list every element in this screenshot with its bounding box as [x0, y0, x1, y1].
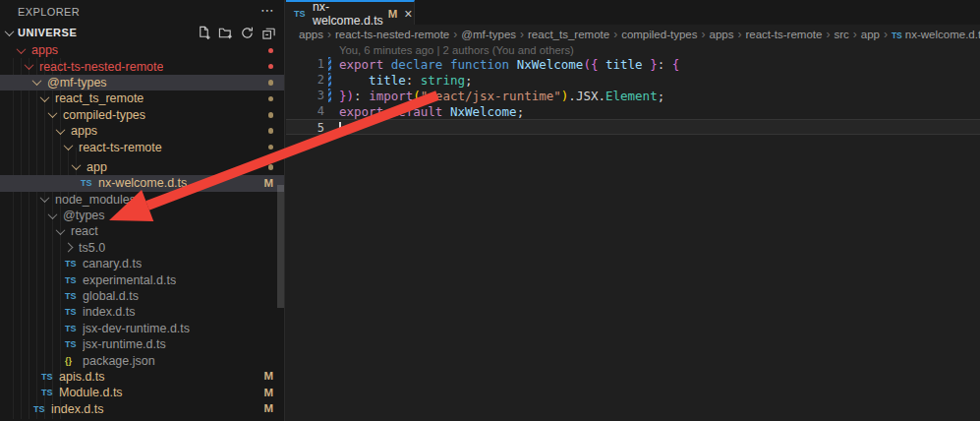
tree-row[interactable]: TSindex.d.tsM: [0, 401, 284, 417]
tree-item-label: canary.d.ts: [83, 257, 142, 271]
code-text: title: string;: [339, 73, 473, 88]
modified-dot-badge: [268, 128, 274, 134]
chevron-down-icon: [56, 225, 66, 235]
tree-row[interactable]: TSapis.d.tsM: [0, 369, 284, 385]
tree-row[interactable]: node_modules: [0, 192, 284, 208]
close-icon[interactable]: ×: [404, 7, 412, 21]
code-line[interactable]: 2 title: string;: [286, 72, 980, 88]
tree-row[interactable]: apps: [0, 123, 284, 139]
chevron-down-icon: [72, 161, 82, 171]
chevron-down-icon: [56, 125, 66, 135]
tab-title: nx-welcome.d.ts: [313, 0, 383, 28]
tab-modified-badge: M: [388, 8, 398, 20]
ts-file-icon: TS: [65, 259, 79, 269]
explorer-sidebar: EXPLORER ⋯ UNIVERSE appsreact-ts-nested-…: [0, 0, 285, 421]
code-line[interactable]: 4export default NxWelcome;: [286, 103, 980, 119]
chevron-down-icon: [48, 210, 58, 219]
new-folder-icon[interactable]: [217, 25, 233, 40]
tree-row[interactable]: TSModule.d.tsM: [0, 385, 284, 400]
tree-row[interactable]: ts5.0: [0, 240, 284, 256]
breadcrumb-separator-icon: ›: [884, 28, 888, 41]
tree-item-label: app: [86, 160, 107, 174]
breadcrumb-separator-icon: ›: [453, 28, 457, 41]
breadcrumb-item[interactable]: src: [834, 29, 848, 40]
breadcrumb-item[interactable]: apps: [709, 29, 733, 40]
chevron-down-icon: [17, 44, 27, 54]
chevron-down-icon: [48, 108, 58, 118]
sidebar-scrollbar[interactable]: [277, 185, 284, 308]
chevron-down-icon: [64, 141, 74, 150]
tree-row[interactable]: app: [0, 159, 284, 175]
tree-row[interactable]: react: [0, 223, 284, 239]
breadcrumb-item[interactable]: @mf-types: [461, 29, 516, 40]
ts-file-icon: TS: [41, 372, 55, 382]
tab-strip: TS nx-welcome.d.ts M ×: [286, 0, 980, 25]
code-text: export default NxWelcome;: [339, 104, 524, 119]
breadcrumb-item[interactable]: react-ts-remote: [745, 29, 822, 40]
more-actions-icon[interactable]: ⋯: [260, 2, 274, 18]
line-number: 1: [286, 57, 324, 71]
tree-row[interactable]: TSindex.d.ts: [0, 304, 284, 320]
collapse-all-icon[interactable]: [260, 25, 276, 40]
breadcrumb-item[interactable]: TSnx-welcome.d.ts: [892, 29, 980, 40]
breadcrumb-separator-icon: ›: [737, 28, 741, 41]
new-file-icon[interactable]: [196, 25, 211, 40]
tree-item-label: jsx-runtime.d.ts: [83, 337, 166, 351]
tree-row[interactable]: TSjsx-dev-runtime.d.ts: [0, 321, 284, 336]
git-modified-badge: M: [263, 177, 273, 189]
code-line[interactable]: 1export declare function NxWelcome({ tit…: [286, 56, 980, 72]
code-line[interactable]: 3}): import("react/jsx-runtime").JSX.Ele…: [286, 88, 980, 103]
tree-row[interactable]: react-ts-remote: [0, 139, 284, 154]
breadcrumb-item[interactable]: react-ts-nested-remote: [335, 29, 449, 40]
chevron-down-icon: [40, 92, 50, 102]
refresh-icon[interactable]: [239, 25, 255, 40]
tree-row[interactable]: @mf-types: [0, 75, 284, 90]
tree-row[interactable]: react_ts_remote: [0, 90, 284, 106]
breadcrumb-item[interactable]: apps: [299, 29, 323, 40]
breadcrumb-item[interactable]: app: [861, 29, 880, 40]
git-modified-badge: M: [263, 370, 273, 382]
git-modified-badge: M: [263, 402, 273, 414]
tree-item-label: react-ts-nested-remote: [39, 60, 163, 74]
tree-row[interactable]: TSnx-welcome.d.tsM: [0, 175, 284, 191]
tree-item-label: nx-welcome.d.ts: [98, 176, 187, 190]
tree-row[interactable]: @types: [0, 208, 284, 223]
git-modified-gutter: [328, 89, 331, 102]
ts-file-icon: TS: [65, 339, 79, 349]
breadcrumb: apps›react-ts-nested-remote›@mf-types›re…: [286, 25, 980, 43]
tree-row[interactable]: compiled-types: [0, 107, 284, 123]
code-area[interactable]: 1export declare function NxWelcome({ tit…: [286, 56, 980, 135]
tree-row[interactable]: TSexperimental.d.ts: [0, 271, 284, 287]
tree-row[interactable]: react-ts-nested-remote: [0, 58, 284, 74]
workspace-root-row[interactable]: UNIVERSE: [0, 25, 284, 42]
tree-row[interactable]: TSglobal.d.ts: [0, 288, 284, 304]
workspace-actions: [196, 25, 276, 40]
tree-item-label: react: [71, 224, 98, 238]
chevron-down-icon: [5, 27, 15, 36]
code-text: export declare function NxWelcome({ titl…: [339, 57, 679, 72]
line-number: 4: [286, 104, 324, 118]
chevron-down-icon: [32, 77, 42, 87]
breadcrumb-item[interactable]: react_ts_remote: [528, 29, 609, 40]
breadcrumb-item[interactable]: compiled-types: [621, 29, 697, 40]
breadcrumb-separator-icon: ›: [853, 28, 857, 41]
modified-dot-badge: [268, 48, 274, 54]
tree-item-label: index.d.ts: [83, 305, 136, 319]
workspace-name: UNIVERSE: [18, 27, 77, 38]
code-line[interactable]: 5: [286, 119, 980, 135]
ts-file-icon: TS: [65, 307, 79, 317]
tree-row[interactable]: TSjsx-runtime.d.ts: [0, 336, 284, 352]
tree-row[interactable]: apps: [0, 42, 284, 58]
tree-item-label: ts5.0: [79, 241, 105, 255]
chevron-down-icon: [25, 60, 34, 70]
tree-row[interactable]: TScanary.d.ts: [0, 256, 284, 271]
tree-row[interactable]: {}package.json: [0, 352, 284, 368]
git-modified-badge: M: [263, 387, 273, 398]
ts-file-icon: TS: [892, 30, 902, 40]
line-number: 2: [286, 73, 324, 87]
tree-item-label: react_ts_remote: [55, 91, 144, 105]
git-blame-annotation: You, 6 minutes ago | 2 authors (You and …: [339, 44, 574, 56]
tab-nx-welcome[interactable]: TS nx-welcome.d.ts M ×: [286, 0, 415, 25]
tree-item-label: package.json: [83, 354, 155, 368]
breadcrumb-separator-icon: ›: [701, 28, 705, 41]
